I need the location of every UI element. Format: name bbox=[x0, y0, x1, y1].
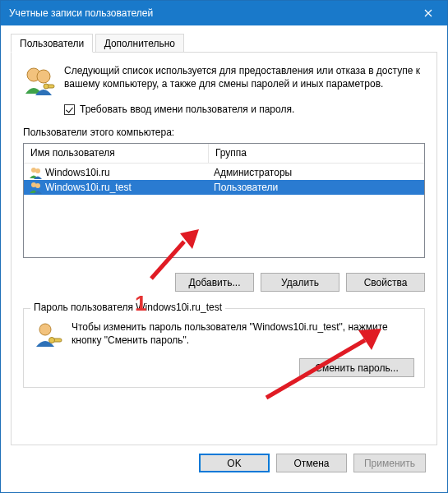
tab-advanced[interactable]: Дополнительно bbox=[95, 34, 184, 53]
svg-point-7 bbox=[35, 183, 40, 188]
user-name: Windows10i.ru bbox=[45, 167, 110, 178]
table-row[interactable]: Windows10i.ru_test Пользователи bbox=[24, 180, 424, 195]
client-area: Пользователи Дополнительно Следующий спи… bbox=[1, 25, 447, 492]
apply-button[interactable]: Применить bbox=[353, 454, 426, 472]
listview-header: Имя пользователя Группа bbox=[24, 144, 424, 164]
change-password-button[interactable]: Сменить пароль... bbox=[299, 358, 414, 377]
user-name: Windows10i.ru_test bbox=[45, 182, 132, 193]
add-button[interactable]: Добавить... bbox=[175, 273, 254, 292]
window-title: Учетные записи пользователей bbox=[9, 7, 409, 19]
listview-body: Windows10i.ru Администраторы bbox=[24, 164, 424, 257]
tab-users[interactable]: Пользователи bbox=[11, 34, 93, 53]
user-buttons-row: Добавить... Удалить Свойства bbox=[23, 273, 425, 292]
user-group: Пользователи bbox=[209, 182, 424, 193]
ok-button[interactable]: OK bbox=[199, 454, 270, 472]
require-credentials-label: Требовать ввод имени пользователя и паро… bbox=[80, 104, 294, 115]
users-list-label: Пользователи этого компьютера: bbox=[23, 127, 425, 138]
password-groupbox: Пароль пользователя Windows10i.ru_test Ч… bbox=[23, 308, 425, 388]
users-listview[interactable]: Имя пользователя Группа bbox=[23, 143, 425, 258]
user-icon bbox=[29, 181, 42, 194]
password-group-legend: Пароль пользователя Windows10i.ru_test bbox=[30, 302, 225, 313]
col-username[interactable]: Имя пользователя bbox=[24, 144, 209, 164]
cancel-button[interactable]: Отмена bbox=[276, 454, 347, 472]
svg-point-3 bbox=[44, 84, 48, 89]
tab-panel-users: Следующий список используется для предос… bbox=[11, 53, 437, 445]
tab-row: Пользователи Дополнительно bbox=[11, 34, 437, 53]
svg-point-10 bbox=[49, 338, 55, 343]
users-keys-icon bbox=[23, 64, 56, 97]
svg-point-5 bbox=[35, 168, 40, 173]
password-message: Чтобы изменить пароль пользователя "Wind… bbox=[72, 320, 414, 350]
require-credentials-row[interactable]: Требовать ввод имени пользователя и паро… bbox=[64, 104, 425, 115]
intro-text: Следующий список используется для предос… bbox=[64, 64, 425, 97]
svg-point-6 bbox=[31, 182, 36, 187]
col-group[interactable]: Группа bbox=[209, 144, 424, 164]
svg-point-4 bbox=[31, 168, 36, 173]
close-icon bbox=[424, 9, 432, 17]
dialog-buttons: OK Отмена Применить bbox=[11, 445, 437, 484]
user-icon bbox=[29, 166, 42, 179]
svg-point-1 bbox=[37, 70, 50, 83]
properties-button[interactable]: Свойства bbox=[346, 273, 425, 292]
table-row[interactable]: Windows10i.ru Администраторы bbox=[24, 165, 424, 180]
close-button[interactable] bbox=[409, 1, 447, 25]
svg-point-8 bbox=[39, 324, 51, 335]
require-credentials-checkbox[interactable] bbox=[64, 104, 75, 115]
user-group: Администраторы bbox=[209, 167, 424, 178]
intro-row: Следующий список используется для предос… bbox=[23, 64, 425, 97]
remove-button[interactable]: Удалить bbox=[261, 273, 339, 292]
titlebar: Учетные записи пользователей bbox=[1, 1, 447, 25]
user-key-icon bbox=[34, 320, 63, 350]
